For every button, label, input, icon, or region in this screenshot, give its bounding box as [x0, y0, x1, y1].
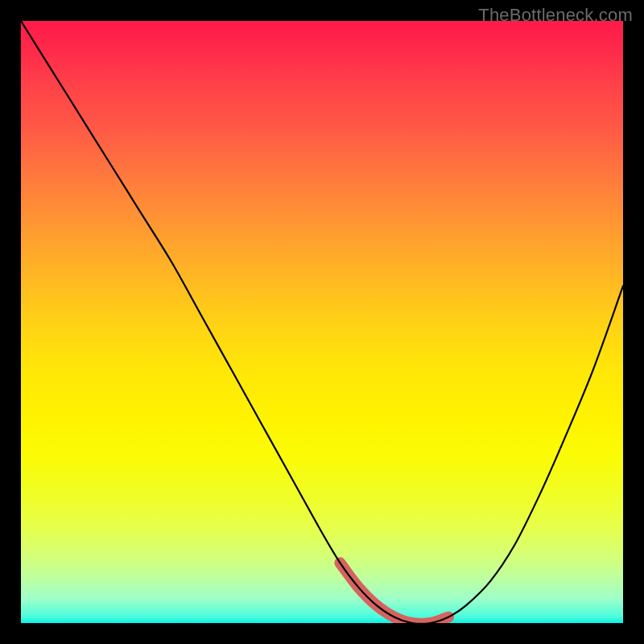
- highlight-region-stroke: [340, 563, 448, 623]
- chart-plot-area: [21, 21, 623, 623]
- chart-svg: [21, 21, 623, 623]
- watermark-text: TheBottleneck.com: [478, 5, 633, 26]
- bottleneck-curve-line: [21, 21, 623, 623]
